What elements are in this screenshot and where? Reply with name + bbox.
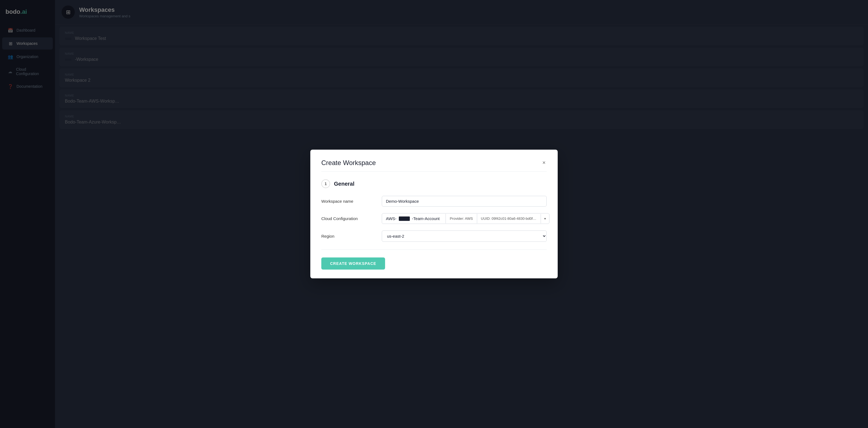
region-control: us-east-1 us-east-2 us-west-1 us-west-2 …	[382, 230, 547, 242]
workspace-name-row: Workspace name	[321, 196, 547, 206]
workspace-name-input[interactable]	[382, 196, 547, 206]
cloud-config-dropdown-button[interactable]: ▾	[540, 214, 549, 223]
region-label: Region	[321, 234, 376, 238]
cloud-config-label: Cloud Configuration	[321, 216, 376, 221]
region-select[interactable]: us-east-1 us-east-2 us-west-1 us-west-2 …	[382, 230, 547, 242]
section-title: General	[334, 181, 354, 187]
modal-header: Create Workspace ×	[321, 159, 547, 172]
create-workspace-modal: Create Workspace × 1 General Workspace n…	[310, 150, 558, 278]
modal-title: Create Workspace	[321, 159, 376, 167]
create-workspace-button[interactable]: CREATE WORKSPACE	[321, 257, 385, 269]
cloud-config-selector[interactable]: AWS- -Team-Account Provider: AWS UUID: 0…	[382, 213, 550, 224]
section-divider	[321, 250, 547, 250]
cloud-config-row: Cloud Configuration AWS- -Team-Account P…	[321, 213, 547, 224]
cloud-config-name: AWS- -Team-Account	[382, 213, 445, 224]
section-heading: 1 General	[321, 179, 547, 188]
workspace-name-label: Workspace name	[321, 199, 376, 204]
redacted-block	[399, 217, 410, 221]
modal-close-button[interactable]: ×	[541, 159, 547, 167]
cloud-config-uuid: UUID: 09f42c01-80a6-4830-bd0f-f6bd3fd91e	[477, 214, 540, 223]
modal-overlay[interactable]: Create Workspace × 1 General Workspace n…	[0, 0, 868, 428]
cloud-config-control: AWS- -Team-Account Provider: AWS UUID: 0…	[382, 213, 550, 224]
region-row: Region us-east-1 us-east-2 us-west-1 us-…	[321, 230, 547, 242]
chevron-down-icon: ▾	[544, 217, 546, 221]
cloud-config-provider: Provider: AWS	[445, 214, 476, 223]
workspace-name-control	[382, 196, 547, 206]
section-number: 1	[321, 179, 330, 188]
